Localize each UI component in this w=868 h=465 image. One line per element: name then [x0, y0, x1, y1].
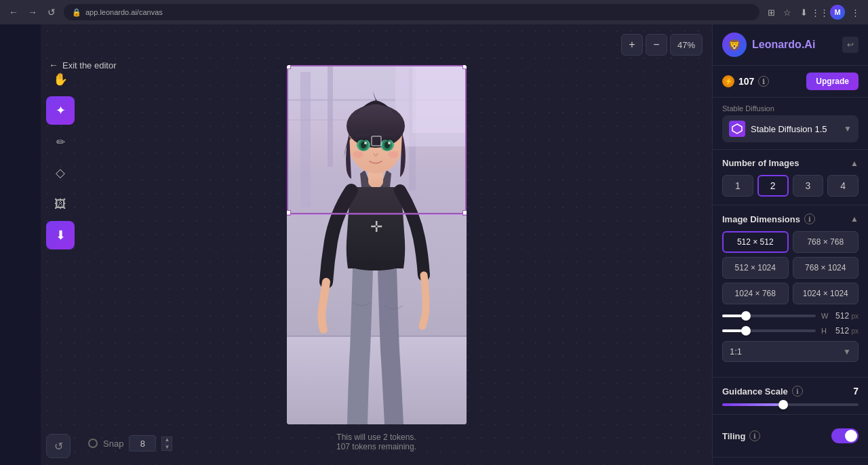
- character-illustration: [287, 65, 467, 424]
- undo-icon: ↺: [54, 440, 63, 453]
- dim-512x512-button[interactable]: 512 × 512: [722, 231, 789, 253]
- aspect-ratio-dropdown[interactable]: 1:1 ▼: [722, 341, 859, 362]
- user-avatar[interactable]: M: [830, 5, 845, 20]
- snap-down-button[interactable]: ▼: [161, 444, 172, 451]
- menu-icon[interactable]: ⋮: [849, 6, 861, 18]
- model-name: Stable Diffusion 1.5: [751, 124, 827, 134]
- number-of-images-section: Number of Images ▲ 1 2 3 4: [713, 150, 868, 205]
- dim-1024x768-button[interactable]: 1024 × 768: [722, 283, 789, 304]
- download-tool-button[interactable]: ⬇: [46, 221, 75, 249]
- dim-1024x1024-button[interactable]: 1024 × 1024: [793, 283, 859, 304]
- panel-collapse-button[interactable]: ↩: [842, 37, 859, 53]
- paint-tool-button[interactable]: ✏: [46, 127, 75, 156]
- zoom-out-button[interactable]: −: [646, 34, 667, 56]
- star-icon[interactable]: ☆: [781, 6, 793, 18]
- app-body: ← Exit the editor ✋ ✦ ✏ ◇ 🖼 ⬇: [0, 24, 868, 465]
- brand-avatar: 🦁: [722, 33, 747, 57]
- guidance-title: Guidance Scale: [722, 386, 788, 397]
- upgrade-button[interactable]: Upgrade: [806, 73, 859, 90]
- token-row: ⚡ 107 ℹ Upgrade: [713, 66, 868, 98]
- download-icon[interactable]: ⬇: [797, 6, 810, 18]
- width-label: W: [821, 312, 829, 320]
- token-info-icon[interactable]: ℹ: [758, 76, 769, 87]
- guidance-slider-thumb[interactable]: [778, 400, 788, 409]
- dim-512x1024-button[interactable]: 512 × 1024: [722, 257, 789, 279]
- height-value: 512 px: [835, 326, 859, 336]
- select-tool-button[interactable]: ✦: [46, 96, 75, 125]
- token-message: This will use 2 tokens.: [336, 432, 416, 442]
- height-slider-track[interactable]: [722, 329, 816, 332]
- canvas-area[interactable]: ← Exit the editor ✋ ✦ ✏ ◇ 🖼 ⬇: [41, 24, 712, 465]
- image-tool-button[interactable]: 🖼: [46, 190, 75, 218]
- model-chevron-icon: ▼: [844, 124, 852, 134]
- snap-arrows: ▲ ▼: [161, 437, 172, 451]
- brand-name: Leonardo.Ai: [752, 39, 815, 51]
- guidance-slider-fill: [722, 403, 783, 406]
- dimensions-info-icon[interactable]: ℹ: [804, 214, 815, 224]
- dimensions-grid: 512 × 512 768 × 768 512 × 1024 768 × 102…: [722, 231, 859, 304]
- token-value: 107: [738, 76, 754, 87]
- dimensions-chevron-icon[interactable]: ▲: [850, 214, 859, 224]
- aspect-ratio-value: 1:1: [730, 346, 742, 357]
- undo-button[interactable]: ↺: [46, 434, 71, 458]
- tiling-info-icon[interactable]: ℹ: [749, 430, 760, 441]
- model-selector: Stable Diffusion Stable Diffusion 1.5 ▼: [713, 98, 868, 150]
- snap-up-button[interactable]: ▲: [161, 437, 172, 443]
- num-images-4-button[interactable]: 4: [827, 175, 859, 197]
- num-images-grid: 1 2 3 4: [722, 175, 859, 197]
- image-dimensions-section: Image Dimensions ℹ ▲ 512 × 512 768 × 768…: [713, 205, 868, 378]
- aspect-ratio-chevron-icon: ▼: [843, 347, 851, 357]
- guidance-title-group: Guidance Scale ℹ: [722, 386, 803, 397]
- num-images-3-button[interactable]: 3: [793, 175, 824, 197]
- guidance-value-display: 7: [835, 386, 859, 397]
- apps-icon[interactable]: ⋮⋮: [814, 6, 826, 18]
- width-slider-thumb[interactable]: [741, 311, 751, 321]
- num-images-chevron-icon[interactable]: ▲: [850, 159, 859, 168]
- dimensions-title: Image Dimensions: [722, 214, 800, 224]
- num-images-1-button[interactable]: 1: [722, 175, 753, 197]
- num-images-header: Number of Images ▲: [722, 158, 859, 168]
- reload-button[interactable]: ↺: [45, 5, 58, 19]
- canvas-image-container: ✛: [287, 65, 467, 424]
- url-bar[interactable]: 🔒 app.leonardo.ai/canvas: [64, 4, 760, 20]
- hand-icon: ✋: [53, 72, 68, 87]
- eraser-icon: ◇: [56, 165, 65, 180]
- guidance-info-icon[interactable]: ℹ: [792, 386, 803, 397]
- dim-768x768-button[interactable]: 768 × 768: [793, 231, 859, 253]
- download-icon: ⬇: [56, 228, 66, 243]
- tiling-label-group: Tiling ℹ: [722, 430, 760, 441]
- width-slider-row: W 512 px: [722, 311, 859, 321]
- snap-checkbox[interactable]: [88, 439, 98, 448]
- guidance-header: Guidance Scale ℹ 7: [722, 386, 859, 397]
- url-text: app.leonardo.ai/canvas: [85, 8, 163, 16]
- image-icon: 🖼: [54, 197, 66, 211]
- select-icon: ✦: [56, 103, 66, 118]
- dim-768x1024-button[interactable]: 768 × 1024: [793, 257, 859, 279]
- snap-input[interactable]: [129, 435, 156, 451]
- model-dropdown[interactable]: Stable Diffusion 1.5 ▼: [722, 115, 859, 142]
- model-icon: [729, 121, 745, 137]
- eraser-tool-button[interactable]: ◇: [46, 159, 75, 187]
- model-left: Stable Diffusion 1.5: [729, 121, 827, 137]
- guidance-slider-track[interactable]: [722, 403, 859, 406]
- zoom-in-button[interactable]: +: [621, 34, 643, 56]
- tiling-toggle[interactable]: [831, 428, 859, 443]
- forward-button[interactable]: →: [26, 5, 39, 19]
- svg-rect-25: [287, 65, 467, 424]
- canvas-controls: + − 47%: [621, 34, 703, 56]
- brand-area: 🦁 Leonardo.Ai: [722, 33, 815, 57]
- back-button[interactable]: ←: [7, 5, 20, 19]
- model-label: Stable Diffusion: [722, 104, 859, 113]
- panel-header: 🦁 Leonardo.Ai ↩: [713, 24, 868, 66]
- canvas-image: ✛: [287, 65, 467, 424]
- snap-label: Snap: [103, 439, 123, 449]
- guidance-scale-section: Guidance Scale ℹ 7: [713, 378, 868, 415]
- tiling-row: Tiling ℹ: [722, 423, 859, 449]
- extensions-icon[interactable]: ⊞: [765, 6, 777, 18]
- hand-tool-button[interactable]: ✋: [46, 65, 75, 94]
- num-images-2-button[interactable]: 2: [757, 175, 789, 197]
- dimensions-title-group: Image Dimensions ℹ: [722, 214, 815, 224]
- lock-icon: 🔒: [72, 8, 81, 17]
- height-slider-thumb[interactable]: [741, 326, 751, 336]
- width-slider-track[interactable]: [722, 315, 816, 317]
